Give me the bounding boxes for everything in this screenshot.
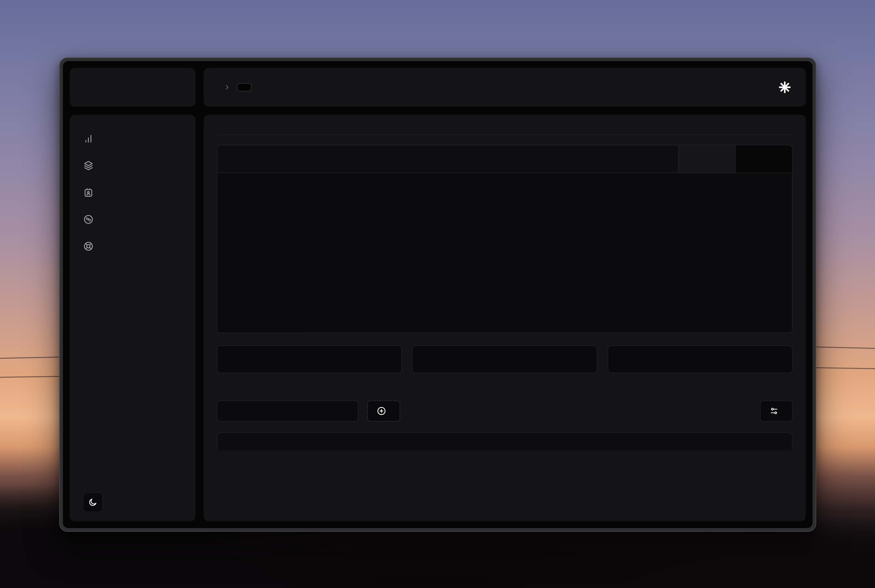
stat-tile-leads[interactable] <box>678 146 735 172</box>
layers-icon <box>83 160 93 171</box>
sidebar-item-logs[interactable] <box>70 206 195 233</box>
router-overview-card <box>217 145 792 333</box>
logo-card <box>70 68 195 106</box>
circle-plus-icon <box>377 406 386 416</box>
app-content <box>63 61 813 528</box>
recent-leads-controls <box>217 400 792 422</box>
sidebar-item-leads[interactable] <box>70 179 195 206</box>
disc-icon <box>83 214 93 224</box>
card-logs[interactable] <box>608 345 792 373</box>
life-buoy-icon <box>83 241 93 251</box>
asterisk-icon[interactable] <box>777 80 792 94</box>
account-info <box>70 474 195 478</box>
app-window <box>59 57 816 532</box>
filter-leads-input[interactable] <box>217 400 358 422</box>
card-endpoints[interactable] <box>217 345 402 373</box>
power-line <box>0 357 62 359</box>
stat-tile-errors[interactable] <box>735 146 792 172</box>
card-leads[interactable] <box>412 345 597 373</box>
power-line <box>814 346 875 349</box>
overview-chart-area[interactable] <box>218 173 792 333</box>
sidebar-item-support[interactable] <box>70 233 195 260</box>
contact-card-icon <box>83 188 93 198</box>
header-bar <box>204 68 806 106</box>
moon-icon <box>88 498 97 507</box>
theme-toggle-button[interactable] <box>83 492 102 512</box>
overview-titles <box>218 146 678 172</box>
leads-table-top-edge <box>217 432 792 451</box>
overview-chart <box>218 173 792 333</box>
power-line <box>0 376 62 378</box>
chart-tooltip <box>218 333 297 333</box>
view-button[interactable] <box>760 400 792 422</box>
divider <box>217 134 792 135</box>
breadcrumb-current[interactable] <box>237 83 252 92</box>
overview-header <box>218 146 792 173</box>
main-panel <box>204 115 806 521</box>
desktop-background <box>0 0 875 588</box>
chevron-right-icon <box>224 84 231 91</box>
bar-chart-icon <box>83 134 93 144</box>
power-line <box>814 367 875 369</box>
sidebar <box>70 115 195 521</box>
sliders-icon <box>770 406 778 416</box>
endpoints-button[interactable] <box>367 400 400 422</box>
shortcut-cards <box>217 345 792 373</box>
sidebar-footer <box>70 492 195 512</box>
sidebar-item-endpoints[interactable] <box>70 152 195 179</box>
sidebar-item-dashboard[interactable] <box>70 125 195 152</box>
